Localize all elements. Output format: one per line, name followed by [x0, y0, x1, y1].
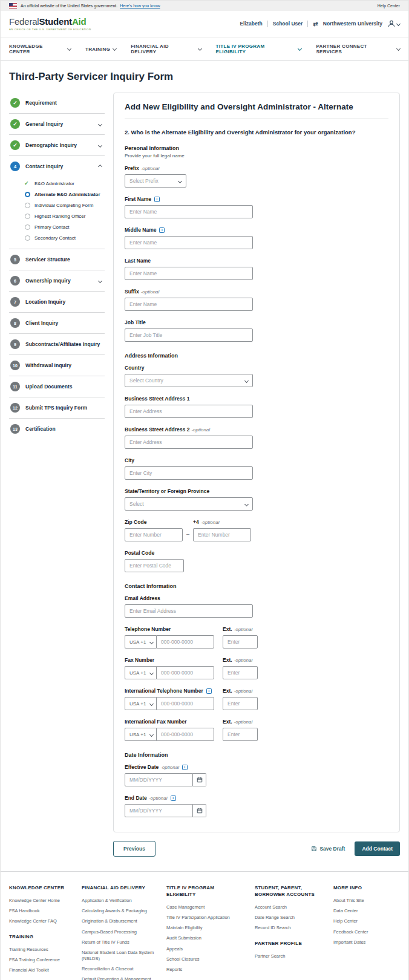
nav-financial-aid-delivery[interactable]: FINANCIAL AID DELIVERY [131, 44, 201, 54]
footer-link[interactable]: National Student Loan Data System (NSLDS… [82, 950, 155, 962]
step-ownership-inquiry[interactable]: 6Ownership Inquiry [9, 270, 105, 292]
footer-link[interactable]: Record ID Search [255, 925, 322, 931]
footer-link[interactable]: FSA Handbook [9, 908, 71, 914]
address2-input[interactable] [125, 436, 253, 449]
step-servicer-structure[interactable]: 5Servicer Structure [9, 249, 105, 270]
job-title-input[interactable] [125, 328, 253, 342]
middle-name-input[interactable] [125, 236, 253, 249]
footer-link[interactable]: Data Center [333, 908, 394, 914]
telephone-country-code-select[interactable]: USA +1 [125, 635, 156, 648]
intl-fax-country-code-select[interactable]: USA +1 [125, 728, 156, 741]
nav-knowledge-center[interactable]: KNOWLEDGE CENTER [9, 44, 71, 54]
footer-link[interactable]: FSA Training Conference [9, 957, 71, 963]
footer-link[interactable]: Default Prevention & Management [82, 976, 155, 980]
footer-link[interactable]: Case Management [166, 904, 244, 910]
footer-link[interactable]: Knowledge Center Home [9, 898, 71, 904]
zip-input[interactable] [125, 528, 183, 541]
prefix-select[interactable]: Select Prefix [125, 174, 186, 188]
suffix-input[interactable] [125, 298, 253, 311]
substep-eo-administrator[interactable]: ✓E&O Administrator [24, 178, 105, 189]
info-icon[interactable] [171, 795, 176, 801]
footer-link[interactable]: Reports [166, 967, 244, 973]
footer-link[interactable]: Feedback Center [333, 929, 394, 935]
intl-fax-ext-input[interactable] [223, 728, 258, 741]
footer-link[interactable]: Calculating Awards & Packaging [82, 908, 155, 914]
fsa-logo[interactable]: FederalStudentAid AN OFFICE OF THE U.S. … [9, 16, 91, 31]
step-demographic-inquiry[interactable]: Demographic Inquiry [9, 135, 105, 156]
step-withdrawal-inquiry[interactable]: 10Withdrawal Inquiry [9, 355, 105, 376]
first-name-input[interactable] [125, 205, 253, 218]
user-role[interactable]: School User [273, 21, 303, 27]
footer-link[interactable]: Return of Title IV Funds [82, 939, 155, 946]
footer-link[interactable]: Maintain Eligibility [166, 925, 244, 931]
nav-title-iv-program-eligibility[interactable]: TITLE IV PROGRAM ELIGIBILITY [216, 44, 302, 54]
city-input[interactable] [125, 466, 253, 480]
swap-org-icon[interactable]: ⇄ [313, 21, 318, 27]
substep-primary-contact[interactable]: Primary Contact [24, 221, 105, 232]
end-date-calendar-button[interactable] [193, 804, 206, 817]
telephone-ext-input[interactable] [223, 635, 258, 648]
account-menu[interactable] [387, 19, 400, 28]
footer-link[interactable]: Help Center [333, 918, 394, 924]
substep-individual-completing-form[interactable]: Individual Completing Form [24, 200, 105, 211]
save-draft-button[interactable]: Save Draft [311, 846, 345, 852]
substep-highest-ranking-officer[interactable]: Highest Ranking Officer [24, 211, 105, 221]
footer-link[interactable]: Reconciliation & Closeout [82, 966, 155, 972]
footer-link[interactable]: Origination & Disbursement [82, 918, 155, 924]
step-requirement[interactable]: Requirement [9, 93, 105, 114]
info-icon[interactable] [182, 765, 188, 770]
effective-date-calendar-button[interactable] [193, 773, 206, 786]
info-icon[interactable] [159, 227, 165, 233]
footer-link[interactable]: Knowledge Center FAQ [9, 918, 71, 924]
footer-link[interactable]: Important Dates [333, 939, 394, 946]
state-select[interactable]: Select [125, 497, 253, 511]
info-icon[interactable] [206, 688, 212, 694]
address1-input[interactable] [125, 405, 253, 418]
step-location-inquiry[interactable]: 7Location Inquiry [9, 292, 105, 313]
footer-link[interactable]: School Closures [166, 956, 244, 962]
footer-link[interactable]: Audit Submission [166, 935, 244, 941]
footer-link[interactable]: Title IV Participation Application [166, 915, 244, 921]
fax-ext-input[interactable] [223, 666, 258, 679]
step-general-inquiry[interactable]: General Inquiry [9, 114, 105, 135]
intl-telephone-ext-input[interactable] [223, 697, 258, 710]
last-name-input[interactable] [125, 267, 253, 280]
heres-how-link[interactable]: Here's how you know [120, 4, 160, 8]
step-certification[interactable]: 13Certification [9, 419, 105, 439]
fax-input[interactable] [156, 666, 214, 679]
organization-name[interactable]: Northwestern University [323, 21, 382, 27]
substep-alternate-eo-administrator[interactable]: Alternate E&O Administrator [24, 189, 105, 200]
footer-link[interactable]: Partner Search [255, 953, 322, 959]
fax-country-code-select[interactable]: USA +1 [125, 666, 156, 679]
footer-link[interactable]: About This Site [333, 898, 394, 904]
email-input[interactable] [125, 604, 253, 618]
previous-button[interactable]: Previous [113, 841, 155, 857]
footer-link[interactable]: Account Search [255, 904, 322, 910]
step-contact-inquiry[interactable]: 4Contact Inquiry [9, 156, 105, 177]
end-date-input[interactable] [125, 804, 193, 817]
add-contact-button[interactable]: Add Contact [355, 841, 400, 856]
step-upload-documents[interactable]: 11Upload Documents [9, 376, 105, 397]
effective-date-input[interactable] [125, 773, 193, 786]
postal-code-input[interactable] [125, 559, 184, 572]
intl-telephone-input[interactable] [156, 697, 214, 710]
footer-link[interactable]: Date Range Search [255, 915, 322, 921]
footer-link[interactable]: Application & Verification [82, 898, 155, 904]
footer-link[interactable]: Training Resources [9, 947, 71, 953]
telephone-input[interactable] [156, 635, 214, 648]
footer-link[interactable]: Financial Aid Toolkit [9, 967, 71, 973]
zip-plus4-input[interactable] [193, 528, 251, 541]
step-subcontracts-affiliates-inquiry[interactable]: 9Subcontracts/Affiliates Inquiry [9, 334, 105, 355]
intl-fax-input[interactable] [156, 728, 214, 741]
intl-telephone-country-code-select[interactable]: USA +1 [125, 697, 156, 710]
country-select[interactable]: Select Country [125, 374, 253, 387]
substep-secondary-contact[interactable]: Secondary Contact [24, 232, 105, 243]
nav-partner-connect-services[interactable]: PARTNER CONNECT SERVICES [316, 44, 400, 54]
step-submit-tps-inquiry-form[interactable]: 12Submit TPS Inquiry Form [9, 397, 105, 419]
nav-training[interactable]: TRAINING [85, 44, 116, 54]
help-center-link[interactable]: Help Center [378, 4, 400, 8]
footer-link[interactable]: Campus-Based Processing [82, 929, 155, 935]
info-icon[interactable] [154, 197, 160, 202]
step-client-inquiry[interactable]: 8Client Inquiry [9, 313, 105, 334]
user-name[interactable]: Elizabeth [240, 21, 262, 27]
